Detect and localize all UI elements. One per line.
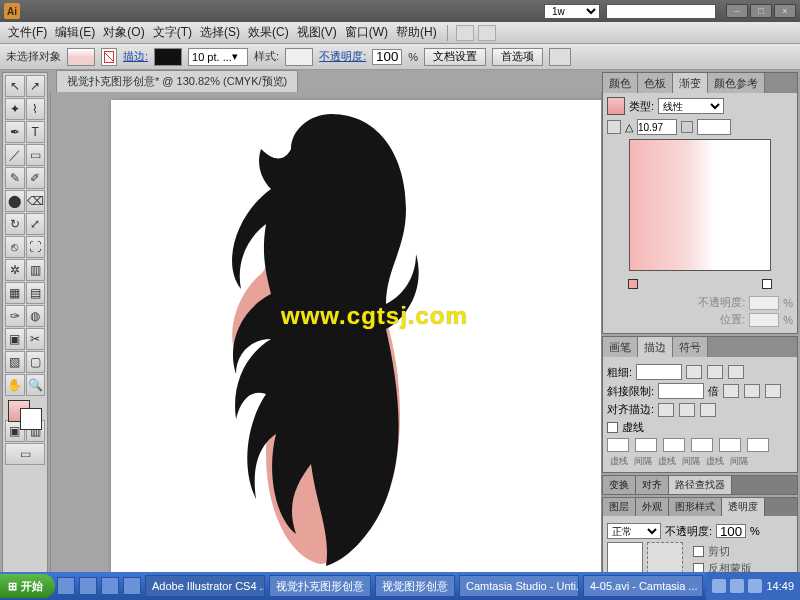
stroke-link[interactable]: 描边:: [123, 49, 148, 64]
menu-file[interactable]: 文件(F): [4, 24, 51, 41]
tab-graphicstyles[interactable]: 图形样式: [669, 498, 722, 516]
gap-2[interactable]: [691, 438, 713, 452]
screen-mode[interactable]: ▭: [5, 443, 45, 465]
blend-tool[interactable]: ◍: [26, 305, 46, 327]
docsetup-button[interactable]: 文档设置: [424, 48, 486, 66]
dashed-checkbox[interactable]: [607, 422, 618, 433]
cap-butt-icon[interactable]: [686, 365, 702, 379]
tab-stroke[interactable]: 描边: [638, 337, 673, 357]
scale-tool[interactable]: ⤢: [26, 213, 46, 235]
stroke-swatch[interactable]: [154, 48, 182, 66]
join-miter-icon[interactable]: [723, 384, 739, 398]
tab-symbols[interactable]: 符号: [673, 337, 708, 357]
slice-tool[interactable]: ▧: [5, 351, 25, 373]
cap-square-icon[interactable]: [728, 365, 744, 379]
color-well[interactable]: [5, 397, 45, 433]
paintbrush-tool[interactable]: ✎: [5, 167, 25, 189]
selection-tool[interactable]: ↖: [5, 75, 25, 97]
tab-brushes[interactable]: 画笔: [603, 337, 638, 357]
align-outside-icon[interactable]: [700, 403, 716, 417]
tray-icon-1[interactable]: [712, 579, 726, 593]
pencil-tool[interactable]: ✐: [26, 167, 46, 189]
cap-round-icon[interactable]: [707, 365, 723, 379]
trans-opacity-input[interactable]: [716, 524, 746, 538]
magic-wand-tool[interactable]: ✦: [5, 98, 25, 120]
gradient-stop-left[interactable]: [628, 279, 638, 289]
quicklaunch-4[interactable]: [123, 577, 141, 595]
aspect-icon[interactable]: [681, 121, 693, 133]
align-icon[interactable]: [549, 48, 571, 66]
reverse-gradient-icon[interactable]: [607, 120, 621, 134]
stroke-weight-input[interactable]: [636, 364, 682, 380]
rotate-tool[interactable]: ↻: [5, 213, 25, 235]
lasso-tool[interactable]: ⌇: [26, 98, 46, 120]
warp-tool[interactable]: ⎋: [5, 236, 25, 258]
gradient-swatch-icon[interactable]: [607, 97, 625, 115]
prefs-button[interactable]: 首选项: [492, 48, 543, 66]
gap-3[interactable]: [747, 438, 769, 452]
taskbar-item-folder2[interactable]: 视觉图形创意: [375, 575, 455, 597]
maximize-button[interactable]: □: [750, 4, 772, 18]
blend-mode-dropdown[interactable]: 正常: [607, 523, 661, 539]
gradient-slider[interactable]: [628, 275, 772, 289]
canvas[interactable]: www.cgtsj.com: [50, 92, 602, 580]
style-swatch[interactable]: [285, 48, 313, 66]
align-center-icon[interactable]: [658, 403, 674, 417]
eraser-tool[interactable]: ⌫: [26, 190, 46, 212]
livepaint-tool[interactable]: ▣: [5, 328, 25, 350]
tab-pathfinder[interactable]: 路径查找器: [669, 476, 732, 494]
crop-tool[interactable]: ✂: [26, 328, 46, 350]
search-input[interactable]: [606, 4, 716, 19]
gradient-tool[interactable]: ▤: [26, 282, 46, 304]
menu-select[interactable]: 选择(S): [196, 24, 244, 41]
tab-align[interactable]: 对齐: [636, 476, 669, 494]
close-button[interactable]: ×: [774, 4, 796, 18]
tab-transform[interactable]: 变换: [603, 476, 636, 494]
workspace-dropdown[interactable]: 1w: [544, 4, 600, 19]
tab-color[interactable]: 颜色: [603, 73, 638, 93]
rectangle-tool[interactable]: ▭: [26, 144, 46, 166]
arrange-icon[interactable]: [478, 25, 496, 41]
artboard-tool[interactable]: ▢: [26, 351, 46, 373]
graph-tool[interactable]: ▥: [26, 259, 46, 281]
tab-layers[interactable]: 图层: [603, 498, 636, 516]
menu-help[interactable]: 帮助(H): [392, 24, 441, 41]
opacity-input[interactable]: [372, 49, 402, 65]
taskbar-item-camtasia2[interactable]: 4-05.avi - Camtasia ...: [583, 575, 703, 597]
quicklaunch-2[interactable]: [79, 577, 97, 595]
opacity-link[interactable]: 不透明度:: [319, 49, 366, 64]
pen-tool[interactable]: ✒: [5, 121, 25, 143]
dash-3[interactable]: [719, 438, 741, 452]
menu-type[interactable]: 文字(T): [149, 24, 196, 41]
grad-opacity-input[interactable]: [749, 296, 779, 310]
menu-view[interactable]: 视图(V): [293, 24, 341, 41]
stroke-weight-dropdown[interactable]: 10 pt. ... ▾: [188, 48, 248, 66]
line-tool[interactable]: ／: [5, 144, 25, 166]
symbol-sprayer-tool[interactable]: ✲: [5, 259, 25, 281]
mesh-tool[interactable]: ▦: [5, 282, 25, 304]
grad-angle-input[interactable]: [637, 119, 677, 135]
tab-colorguide[interactable]: 颜色参考: [708, 73, 765, 93]
zoom-tool[interactable]: 🔍: [26, 374, 46, 396]
tab-transparency[interactable]: 透明度: [722, 498, 765, 516]
menu-edit[interactable]: 编辑(E): [51, 24, 99, 41]
tab-appearance[interactable]: 外观: [636, 498, 669, 516]
taskbar-item-folder1[interactable]: 视觉扑克图形创意: [269, 575, 371, 597]
taskbar-item-illustrator[interactable]: Adobe Illustrator CS4 ...: [145, 575, 265, 597]
dash-2[interactable]: [663, 438, 685, 452]
join-bevel-icon[interactable]: [765, 384, 781, 398]
eyedropper-tool[interactable]: ✑: [5, 305, 25, 327]
dash-1[interactable]: [607, 438, 629, 452]
clock[interactable]: 14:49: [766, 580, 794, 592]
tab-swatches[interactable]: 色板: [638, 73, 673, 93]
quicklaunch-3[interactable]: [101, 577, 119, 595]
tray-icon-2[interactable]: [730, 579, 744, 593]
miter-input[interactable]: [658, 383, 704, 399]
quicklaunch-1[interactable]: [57, 577, 75, 595]
clip-checkbox[interactable]: [693, 546, 704, 557]
free-transform-tool[interactable]: ⛶: [26, 236, 46, 258]
start-button[interactable]: ⊞开始: [0, 574, 55, 598]
grad-aspect-input[interactable]: [697, 119, 731, 135]
gap-1[interactable]: [635, 438, 657, 452]
minimize-button[interactable]: –: [726, 4, 748, 18]
